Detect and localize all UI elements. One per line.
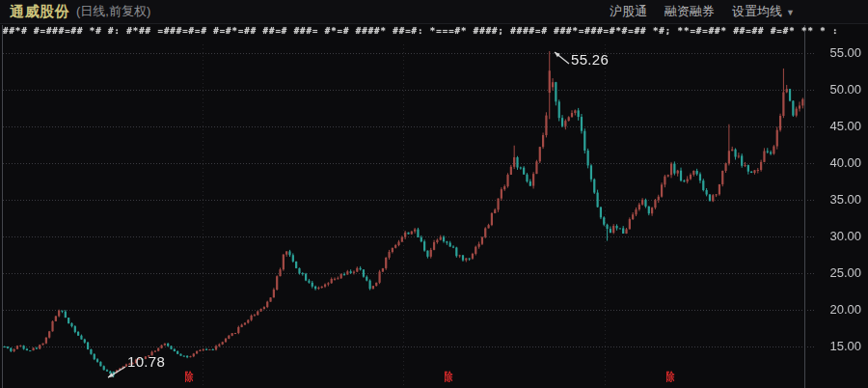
y-axis-tick-label: 35.00: [815, 192, 861, 207]
y-axis-tick-label: 30.00: [815, 229, 861, 243]
y-axis-tick-label: 40.00: [815, 155, 861, 170]
menu-item-margin-trading[interactable]: 融资融券: [665, 3, 715, 20]
ma-settings-label: 设置均线: [732, 4, 782, 18]
menu-item-hugutong[interactable]: 沪股通: [610, 3, 647, 20]
ex-rights-marker-icon[interactable]: 除: [445, 370, 453, 383]
chevron-down-icon: ▼: [786, 8, 795, 17]
high-price-annotation: 55.26: [571, 51, 609, 68]
y-axis-tick-label: 45.00: [815, 119, 861, 133]
stock-chart-app: 通威股份 (日线,前复权) 沪股通 融资融券 设置均线▼ ##*# #=###=…: [0, 0, 868, 388]
y-axis-tick-label: 50.00: [815, 82, 861, 97]
menu-item-ma-settings[interactable]: 设置均线▼: [732, 3, 795, 20]
stock-name: 通威股份: [10, 3, 69, 21]
y-axis-tick-label: 25.00: [815, 265, 861, 280]
y-axis-tick-label: 55.00: [815, 45, 861, 60]
y-axis: 55.0050.0045.0040.0035.0030.0025.0020.00…: [815, 0, 863, 388]
header-menu: 沪股通 融资融券 设置均线▼: [610, 3, 795, 20]
ex-rights-marker-icon[interactable]: 除: [666, 370, 675, 383]
low-price-annotation: 10.78: [127, 353, 165, 370]
chart-mode-label: (日线,前复权): [76, 3, 150, 20]
chart-header: 通威股份 (日线,前复权) 沪股通 融资融券 设置均线▼: [0, 0, 868, 24]
event-marker-strip: ##*# #=###=## *# #: #*## =###=#=# #=#*=#…: [3, 26, 865, 41]
candlestick-chart-canvas[interactable]: [0, 0, 868, 388]
ex-rights-marker-icon[interactable]: 除: [185, 370, 194, 383]
y-axis-tick-label: 15.00: [815, 339, 861, 353]
y-axis-tick-label: 20.00: [815, 302, 861, 317]
